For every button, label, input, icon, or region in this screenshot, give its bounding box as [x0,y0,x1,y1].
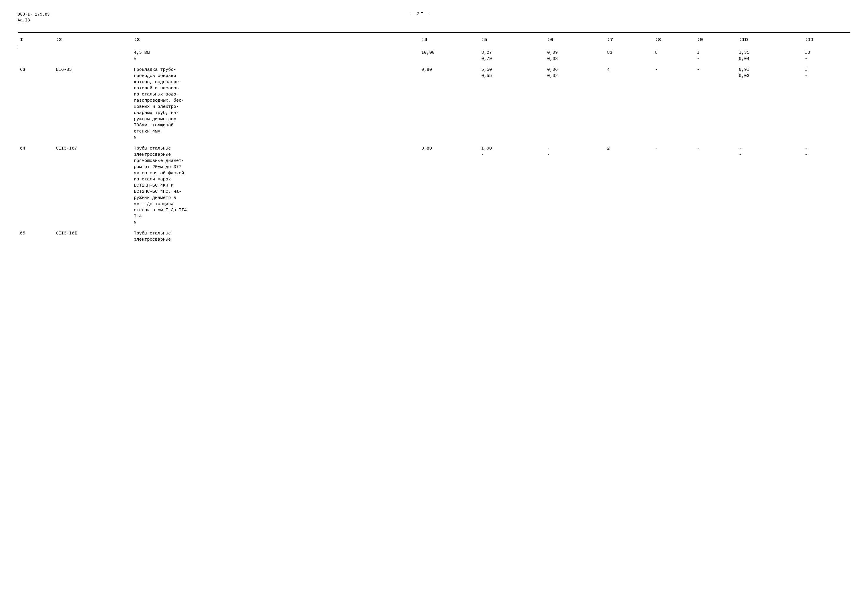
col5-cell: 5,500,55 [479,64,545,143]
col10-cell: -- [737,143,803,228]
col6-cell: 0,090,03 [545,47,605,64]
table-cell [652,228,695,245]
main-table-container: I :2 :3 :4 :5 :6 :7 :8 :9 :IO :II 4,5 мм… [18,32,850,245]
description-cell: Прокладка трубо-проводов обвязкикотлов, … [131,64,419,143]
table-cell [695,228,737,245]
table-cell [605,228,652,245]
header-col10: :IO [737,33,803,47]
doc-ref: 903-I- 275.89 Аа.I8 [18,12,50,23]
table-cell: 0,80 [419,143,479,228]
header-col6: :6 [545,33,605,47]
table-cell: I0,00 [419,47,479,64]
table-cell: I3- [803,47,850,64]
table-row: 4,5 мммI0,008,270,790,090,03838I-I,350,0… [18,47,850,64]
table-cell: 4 [605,64,652,143]
header-col5: :5 [479,33,545,47]
col10-cell: I,350,04 [737,47,803,64]
table-cell: 65 [18,228,53,245]
table-cell: I- [695,47,737,64]
header-col3: :3 [131,33,419,47]
col6-cell: 0,060,02 [545,64,605,143]
col6-cell: -- [545,143,605,228]
doc-page: - 2I - [409,12,432,23]
description-cell: Трубы стальныеэлектросварные [131,228,419,245]
table-cell: I- [803,64,850,143]
table-row: 65СII3-I6IТрубы стальныеэлектросварные [18,228,850,245]
table-cell: 64 [18,143,53,228]
description-cell: Трубы стальныеэлектросварныепрямошовные … [131,143,419,228]
table-cell: 0,80 [419,64,479,143]
table-cell [419,228,479,245]
document-header: 903-I- 275.89 Аа.I8 - 2I - [18,12,850,23]
table-cell: 63 [18,64,53,143]
table-cell: - [695,143,737,228]
table-header-row: I :2 :3 :4 :5 :6 :7 :8 :9 :IO :II [18,33,850,47]
header-col7: :7 [605,33,652,47]
table-cell: EI6-85 [53,64,131,143]
table-cell [53,47,131,64]
col5-cell: 8,270,79 [479,47,545,64]
col5-cell [479,228,545,245]
header-col11: :II [803,33,850,47]
table-cell: СII3-I67 [53,143,131,228]
table-row: 63EI6-85Прокладка трубо-проводов обвязки… [18,64,850,143]
header-col2: :2 [53,33,131,47]
header-col9: :9 [695,33,737,47]
col10-cell: 0,9I0,03 [737,64,803,143]
table-cell [18,47,53,64]
header-col8: :8 [652,33,695,47]
col6-cell [545,228,605,245]
header-col1: I [18,33,53,47]
table-cell: 8 [652,47,695,64]
description-cell: 4,5 ммм [131,47,419,64]
table-row: 64СII3-I67Трубы стальныеэлектросварныепр… [18,143,850,228]
col5-cell: I,90- [479,143,545,228]
main-table: I :2 :3 :4 :5 :6 :7 :8 :9 :IO :II 4,5 мм… [18,33,850,245]
table-cell: СII3-I6I [53,228,131,245]
table-cell: -- [803,143,850,228]
table-cell: 83 [605,47,652,64]
col10-cell [737,228,803,245]
table-cell: - [695,64,737,143]
table-cell: 2 [605,143,652,228]
table-cell: - [652,64,695,143]
header-col4: :4 [419,33,479,47]
table-cell [803,228,850,245]
table-cell: - [652,143,695,228]
